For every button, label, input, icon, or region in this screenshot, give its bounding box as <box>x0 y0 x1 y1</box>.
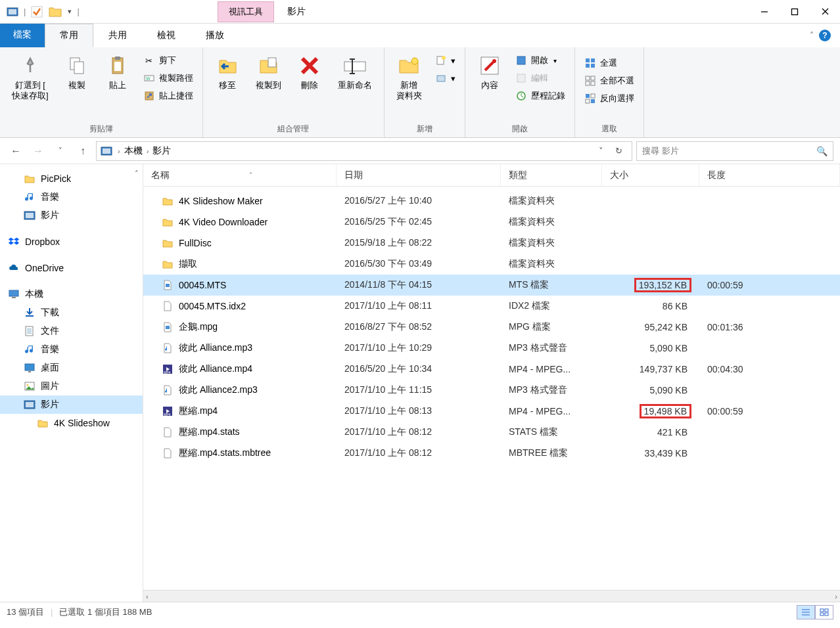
minimize-button[interactable] <box>749 0 780 24</box>
nav-item[interactable]: 音樂 <box>0 340 143 359</box>
file-row[interactable]: 彼此 Alliance.mp32017/1/10 上午 10:29MP3 格式聲… <box>143 338 840 359</box>
address-box[interactable]: › 本機 › 影片 ˅ ↻ <box>96 141 632 161</box>
paste-button[interactable]: 貼上 <box>99 51 137 93</box>
qa-folder-icon[interactable] <box>48 5 62 19</box>
new-folder-button[interactable]: 新增 資料夾 <box>390 51 429 104</box>
chevron-right-icon[interactable]: › <box>116 147 122 155</box>
music-icon <box>24 344 35 355</box>
move-to-button[interactable]: 移至 <box>208 51 246 93</box>
delete-button[interactable]: 刪除 <box>291 51 329 93</box>
nav-item[interactable]: OneDrive <box>0 259 143 277</box>
nav-item[interactable]: 4K Slideshow <box>0 414 143 432</box>
scroll-up-icon[interactable]: ˄ <box>135 169 139 178</box>
rename-button[interactable]: 重新命名 <box>331 51 379 93</box>
copy-to-button[interactable]: 複製到 <box>249 51 288 93</box>
file-row[interactable]: MP4彼此 Alliance.mp42016/5/20 上午 10:34MP4 … <box>143 359 840 380</box>
edit-button[interactable]: 編輯 <box>511 70 569 86</box>
file-row[interactable]: 壓縮.mp4.stats2017/1/10 上午 08:12STATS 檔案42… <box>143 422 840 443</box>
address-dropdown[interactable]: ˅ <box>594 146 609 156</box>
horizontal-scrollbar[interactable]: ‹› <box>143 590 840 602</box>
maximize-button[interactable] <box>780 0 810 24</box>
svg-rect-37 <box>586 81 590 85</box>
recent-dropdown[interactable]: ˅ <box>51 142 70 160</box>
back-button[interactable]: ← <box>7 142 25 160</box>
tab-view[interactable]: 檢視 <box>142 24 191 47</box>
nav-item[interactable]: 音樂 <box>0 188 143 206</box>
collapse-ribbon-icon[interactable]: ˄ <box>810 31 814 40</box>
file-row[interactable]: 4K Slideshow Maker2016/5/27 上午 10:40檔案資料… <box>143 191 840 212</box>
pin-quickaccess-button[interactable]: 釘選到 [ 快速存取] <box>5 51 55 104</box>
file-date: 2016/5/25 下午 02:45 <box>337 216 501 228</box>
tab-share[interactable]: 共用 <box>93 24 142 47</box>
search-icon[interactable]: 🔍 <box>816 146 828 156</box>
breadcrumb-current[interactable]: 影片 <box>150 145 174 157</box>
file-row[interactable]: 壓縮.mp4.stats.mbtree2017/1/10 上午 08:12MBT… <box>143 443 840 464</box>
new-item-button[interactable]: ▾ <box>431 53 459 68</box>
tab-play[interactable]: 播放 <box>191 24 239 47</box>
tab-home[interactable]: 常用 <box>45 24 93 47</box>
nav-item[interactable]: 圖片 <box>0 377 143 395</box>
refresh-button[interactable]: ↻ <box>610 146 628 156</box>
open-button[interactable]: 開啟▾ <box>511 53 569 68</box>
svg-rect-15 <box>268 58 276 67</box>
file-row[interactable]: 00045.MTS2014/11/8 下午 04:15MTS 檔案193,152… <box>143 275 840 296</box>
qa-dropdown-icon[interactable]: ▾ <box>68 7 72 16</box>
cut-button[interactable]: ✂剪下 <box>139 53 197 68</box>
nav-item[interactable]: PicPick <box>0 169 143 188</box>
qa-checkbox-icon[interactable] <box>31 6 43 18</box>
copy-path-button[interactable]: W複製路徑 <box>139 70 197 86</box>
nav-item[interactable]: 桌面 <box>0 359 143 377</box>
file-name: 彼此 Alliance.mp3 <box>179 342 252 354</box>
forward-button[interactable]: → <box>29 142 47 160</box>
folder-icon <box>24 173 35 185</box>
chevron-right-icon[interactable]: › <box>145 147 151 155</box>
nav-item[interactable]: 文件 <box>0 322 143 340</box>
column-date[interactable]: 日期 <box>337 164 501 186</box>
search-box[interactable]: 🔍 <box>636 141 833 161</box>
properties-button[interactable]: 內容 <box>471 51 509 93</box>
invert-icon <box>584 93 596 104</box>
select-none-button[interactable]: 全部不選 <box>580 73 638 89</box>
file-row[interactable]: 擷取2016/5/30 下午 03:49檔案資料夾 <box>143 254 840 275</box>
file-type: 檔案資料夾 <box>501 258 602 270</box>
easy-access-button[interactable]: ▾ <box>431 70 459 86</box>
details-view-button[interactable] <box>797 605 815 619</box>
search-input[interactable] <box>642 146 816 156</box>
up-button[interactable]: ↑ <box>74 142 92 160</box>
file-size: 86 KB <box>602 301 699 311</box>
file-row[interactable]: 4K Video Downloader2016/5/25 下午 02:45檔案資… <box>143 212 840 233</box>
file-row[interactable]: MP4壓縮.mp42017/1/10 上午 08:13MP4 - MPEG...… <box>143 401 840 422</box>
column-name[interactable]: 名稱˄ <box>143 164 337 186</box>
column-length[interactable]: 長度 <box>699 164 840 186</box>
invert-selection-button[interactable]: 反向選擇 <box>580 91 638 106</box>
paste-shortcut-button[interactable]: 貼上捷徑 <box>139 88 197 104</box>
select-all-button[interactable]: 全選 <box>580 55 638 71</box>
large-icons-view-button[interactable] <box>815 605 833 619</box>
separator: | <box>24 7 26 16</box>
column-type[interactable]: 類型 <box>501 164 602 186</box>
nav-item[interactable]: 影片 <box>0 206 143 225</box>
file-row[interactable]: 彼此 Alliance2.mp32017/1/10 上午 11:15MP3 格式… <box>143 380 840 401</box>
copy-button[interactable]: 複製 <box>58 51 96 93</box>
svg-text:MP4: MP4 <box>164 413 171 416</box>
breadcrumb-root[interactable]: 本機 <box>122 145 145 157</box>
file-icon <box>162 426 174 438</box>
file-row[interactable]: 00045.MTS.idx22017/1/10 上午 08:11IDX2 檔案8… <box>143 296 840 317</box>
picture-icon <box>24 380 35 392</box>
file-row[interactable]: 企鵝.mpg2016/8/27 下午 08:52MPG 檔案95,242 KB0… <box>143 317 840 338</box>
history-button[interactable]: 歷程記錄 <box>511 88 569 104</box>
file-row[interactable]: FullDisc2015/9/18 上午 08:22檔案資料夾 <box>143 233 840 254</box>
video-icon <box>24 399 35 411</box>
tab-file[interactable]: 檔案 <box>0 24 45 47</box>
rename-icon <box>343 54 367 78</box>
help-icon[interactable]: ? <box>819 30 831 41</box>
open-icon <box>515 55 527 66</box>
close-button[interactable] <box>810 0 840 24</box>
nav-item[interactable]: 下載 <box>0 303 143 322</box>
nav-item[interactable]: 本機 <box>0 285 143 303</box>
nav-item[interactable]: Dropbox <box>0 233 143 251</box>
file-type: MBTREE 檔案 <box>501 447 602 459</box>
column-size[interactable]: 大小 <box>602 164 699 186</box>
video-file-icon <box>162 321 174 333</box>
nav-item[interactable]: 影片 <box>0 395 143 414</box>
